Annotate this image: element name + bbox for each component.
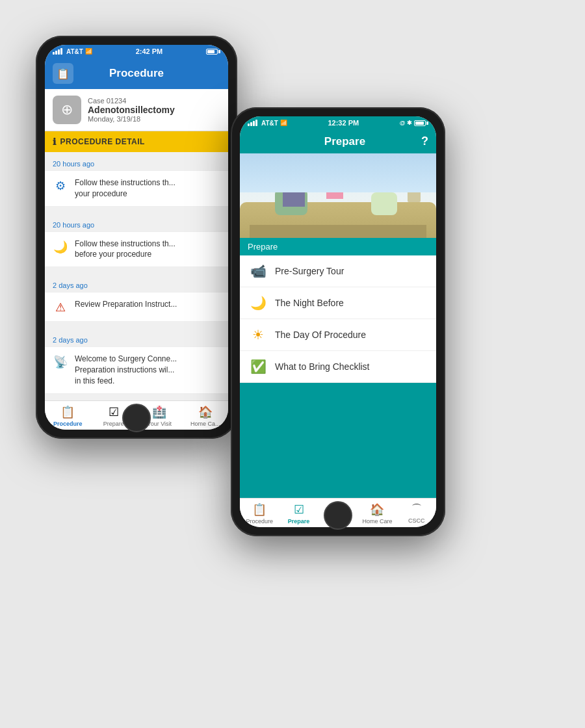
prepare-item-nightbefore[interactable]: 🌙 The Night Before xyxy=(240,287,436,319)
nav-icon-1: 📋 xyxy=(53,63,73,84)
status-left-1: AT&T 📶 xyxy=(53,48,92,55)
feed-section-2: 20 hours ago 🌙 Follow these instructions… xyxy=(45,213,228,274)
procedure-detail-button[interactable]: ℹ PROCEDURE DETAIL xyxy=(45,131,228,152)
tab-cscc-icon: ⌒ xyxy=(411,502,422,516)
tab-cscc-label: CSCC xyxy=(408,517,425,524)
procedure-detail-label: PROCEDURE DETAIL xyxy=(60,137,145,146)
signal-icon-2 xyxy=(248,120,257,126)
tab-prepare-icon-2: ☑ xyxy=(294,502,304,517)
extra-icons: @ ✱ xyxy=(400,120,412,126)
feed-text-2: Follow these instructions th...before yo… xyxy=(75,239,176,261)
case-number: Case 01234 xyxy=(88,97,220,105)
window-bg xyxy=(240,153,436,192)
prepare-item-dayof[interactable]: ☀ The Day Of Procedure xyxy=(240,319,436,351)
nav-title-2: Prepare xyxy=(268,135,421,148)
tab-homecare-icon-2: 🏠 xyxy=(370,502,384,517)
sun-icon: ☀ xyxy=(249,327,267,343)
nav-bar-2: Prepare ? xyxy=(240,129,436,153)
carrier-label: AT&T xyxy=(66,48,83,55)
status-left-2: AT&T 📶 xyxy=(248,120,287,127)
time-display-1: 2:42 PM xyxy=(136,47,163,55)
wifi-icon-2: 📶 xyxy=(280,120,287,126)
prepare-item-presurgery[interactable]: 📹 Pre-Surgery Tour xyxy=(240,255,436,287)
tab-homecare-2[interactable]: 🏠 Home Care xyxy=(358,501,396,526)
teal-spacer xyxy=(240,383,436,498)
prepare-section-label: Prepare xyxy=(240,238,436,255)
feed-text-1: Follow these instructions th...your proc… xyxy=(75,177,176,200)
nav-title-1: Procedure xyxy=(73,67,200,80)
wifi-icon: 📶 xyxy=(85,48,92,55)
timestamp-1: 20 hours ago xyxy=(45,157,228,169)
activity-feed: 20 hours ago ⚙ Follow these instructions… xyxy=(45,152,228,400)
rss-icon: 📡 xyxy=(53,355,68,369)
feed-item-3[interactable]: ⚠ Review Preparation Instruct... xyxy=(45,292,228,322)
video-icon: 📹 xyxy=(249,263,267,279)
phone-prepare: AT&T 📶 12:32 PM @ ✱ Prepare ? xyxy=(231,107,445,536)
tab-procedure-label: Procedure xyxy=(53,421,83,427)
tab-cscc[interactable]: ⌒ CSCC xyxy=(397,501,436,526)
clipboard-icon: 📋 xyxy=(57,68,70,80)
feed-section-1: 20 hours ago ⚙ Follow these instructions… xyxy=(45,152,228,213)
checklist-icon: ✅ xyxy=(249,359,267,374)
timestamp-4: 2 days ago xyxy=(45,333,228,345)
tab-procedure[interactable]: 📋 Procedure xyxy=(45,404,91,428)
case-info: Case 01234 Adenotonsillectomy Monday, 3/… xyxy=(88,97,220,123)
case-icon: ⊕ xyxy=(53,96,81,124)
tab-procedure-icon-2: 📋 xyxy=(252,502,266,517)
prepare-item-checklist[interactable]: ✅ What to Bring Checklist xyxy=(240,351,436,383)
couch-base xyxy=(250,225,426,238)
phone-prepare-screen: AT&T 📶 12:32 PM @ ✱ Prepare ? xyxy=(240,116,436,527)
hero-image xyxy=(240,153,436,238)
phone-procedure: AT&T 📶 2:42 PM 📋 Procedure xyxy=(36,36,237,439)
nightbefore-label: The Night Before xyxy=(275,298,344,308)
case-header: ⊕ Case 01234 Adenotonsillectomy Monday, … xyxy=(45,89,228,131)
status-right-2: @ ✱ xyxy=(400,120,428,126)
warning-icon: ⚠ xyxy=(53,300,68,315)
tab-homecare-1[interactable]: 🏠 Home Ca... xyxy=(183,404,229,428)
help-button[interactable]: ? xyxy=(421,135,428,148)
moon-icon-2: 🌙 xyxy=(249,295,267,311)
timestamp-3: 2 days ago xyxy=(45,279,228,291)
status-bar-2: AT&T 📶 12:32 PM @ ✱ xyxy=(240,116,436,129)
feed-section-3: 2 days ago ⚠ Review Preparation Instruct… xyxy=(45,274,228,328)
feed-text-3: Review Preparation Instruct... xyxy=(75,299,177,310)
status-bar-1: AT&T 📶 2:42 PM xyxy=(45,45,228,58)
scene: AT&T 📶 2:42 PM 📋 Procedure xyxy=(0,0,585,728)
phone-procedure-screen: AT&T 📶 2:42 PM 📋 Procedure xyxy=(45,45,228,430)
tab-visit-icon-1: 🏥 xyxy=(152,405,166,419)
gear-icon: ⚙ xyxy=(53,179,68,193)
tab-procedure-2[interactable]: 📋 Procedure xyxy=(240,501,279,526)
case-date: Monday, 3/19/18 xyxy=(88,115,220,123)
cushion-right xyxy=(371,192,397,215)
tab-homecare-icon-1: 🏠 xyxy=(198,405,213,419)
battery-icon-2 xyxy=(414,120,428,126)
presurgery-label: Pre-Surgery Tour xyxy=(275,266,344,276)
tab-prepare-2[interactable]: ☑ Prepare xyxy=(279,501,318,526)
tab-prepare-icon-1: ☑ xyxy=(109,405,119,419)
prepare-list: 📹 Pre-Surgery Tour 🌙 The Night Before ☀ … xyxy=(240,255,436,383)
case-procedure-name: Adenotonsillectomy xyxy=(88,105,220,115)
tab-prepare-label-1: Prepare xyxy=(103,421,124,427)
dayof-label: The Day Of Procedure xyxy=(275,330,366,340)
carrier-label-2: AT&T xyxy=(261,120,278,127)
tab-procedure-label-2: Procedure xyxy=(246,518,273,525)
battery-icon-1 xyxy=(206,49,220,55)
time-display-2: 12:32 PM xyxy=(328,119,359,127)
feed-item-4[interactable]: 📡 Welcome to Surgery Conne...Preparation… xyxy=(45,346,228,393)
nav-bar-1: 📋 Procedure xyxy=(45,58,228,89)
feed-item-2[interactable]: 🌙 Follow these instructions th...before … xyxy=(45,231,228,268)
tab-procedure-icon: 📋 xyxy=(60,405,75,419)
signal-icon xyxy=(53,48,62,55)
tab-homecare-label-2: Home Care xyxy=(362,518,392,525)
feed-section-4: 2 days ago 📡 Welcome to Surgery Conne...… xyxy=(45,328,228,400)
moon-icon: 🌙 xyxy=(53,240,68,254)
home-button-1[interactable] xyxy=(122,404,151,432)
illustration-scene xyxy=(240,153,436,238)
tab-prepare-label-2: Prepare xyxy=(288,518,310,525)
home-button-2[interactable] xyxy=(324,501,352,530)
feed-item-1[interactable]: ⚙ Follow these instructions th...your pr… xyxy=(45,170,228,207)
info-icon: ℹ xyxy=(53,136,57,147)
tab-visit-label-1: Your Visit xyxy=(147,421,172,427)
checklist-label: What to Bring Checklist xyxy=(275,361,370,372)
feed-text-4: Welcome to Surgery Conne...Preparation i… xyxy=(75,354,177,386)
